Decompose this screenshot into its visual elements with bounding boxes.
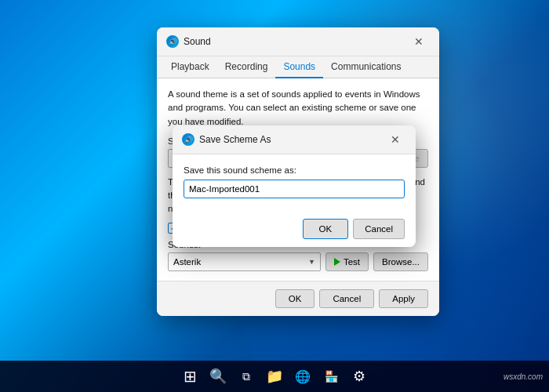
save-dialog-title-left: 🔊 Save Scheme As (182, 133, 271, 146)
save-scheme-label: Save this sound scheme as: (184, 165, 405, 175)
wsxdn-watermark: wsxdn.com (504, 372, 543, 381)
sounds-dropdown[interactable]: Asterik ▼ (168, 252, 321, 271)
save-title-icon: 🔊 (182, 133, 195, 146)
sounds-dropdown-value: Asterik (173, 257, 201, 267)
save-ok-button[interactable]: OK (303, 219, 349, 239)
sound-dialog-footer: OK Cancel Apply (157, 281, 439, 316)
save-scheme-dialog: 🔊 Save Scheme As ✕ Save this sound schem… (173, 125, 416, 247)
sounds-chevron-icon: ▼ (308, 258, 315, 266)
tab-recording[interactable]: Recording (217, 56, 276, 78)
search-taskbar-button[interactable]: 🔍 (205, 364, 231, 389)
save-footer-buttons: OK Cancel (184, 219, 405, 239)
sound-dialog-title-text: Sound (184, 36, 211, 47)
test-button-label: Test (344, 257, 360, 267)
save-dialog-titlebar: 🔊 Save Scheme As ✕ (173, 125, 416, 154)
sound-dialog-titlebar: 🔊 Sound ✕ (157, 27, 439, 56)
sound-title-icon: 🔊 (166, 35, 179, 48)
settings-taskbar-button[interactable]: ⚙ (347, 364, 372, 389)
sound-dialog-close-button[interactable]: ✕ (408, 34, 430, 49)
browse-button[interactable]: Browse... (373, 252, 428, 271)
sound-cancel-button[interactable]: Cancel (319, 289, 374, 308)
desktop: 🔊 Sound ✕ Playback Recording Sounds Comm… (0, 0, 549, 392)
sound-ok-button[interactable]: OK (275, 289, 315, 308)
store-taskbar-button[interactable]: 🏪 (318, 364, 344, 389)
sound-dialog-tabs: Playback Recording Sounds Communications (157, 56, 439, 78)
task-view-button[interactable]: ⧉ (234, 364, 259, 389)
folder-taskbar-button[interactable]: 📁 (262, 364, 287, 389)
sound-dialog-title-left: 🔊 Sound (166, 35, 211, 48)
save-cancel-button[interactable]: Cancel (353, 219, 405, 239)
tab-playback[interactable]: Playback (163, 56, 217, 78)
sounds-row: Asterik ▼ Test Browse... (168, 252, 428, 271)
test-button[interactable]: Test (325, 252, 369, 271)
tab-sounds[interactable]: Sounds (275, 56, 323, 78)
sound-scheme-description: A sound theme is a set of sounds applied… (168, 88, 428, 129)
start-button[interactable]: ⊞ (177, 364, 202, 389)
save-dialog-content: Save this sound scheme as: (173, 154, 416, 219)
edge-taskbar-button[interactable]: 🌐 (290, 364, 315, 389)
save-scheme-input[interactable] (184, 180, 405, 198)
save-dialog-title-text: Save Scheme As (199, 134, 271, 145)
play-icon (334, 258, 340, 266)
save-dialog-close-button[interactable]: ✕ (384, 132, 406, 147)
taskbar-right: wsxdn.com (504, 372, 543, 381)
apply-button[interactable]: Apply (379, 289, 428, 308)
save-dialog-footer: OK Cancel (173, 219, 416, 247)
tab-communications[interactable]: Communications (323, 56, 409, 78)
taskbar: ⊞ 🔍 ⧉ 📁 🌐 🏪 ⚙ wsxdn.com (0, 361, 549, 392)
